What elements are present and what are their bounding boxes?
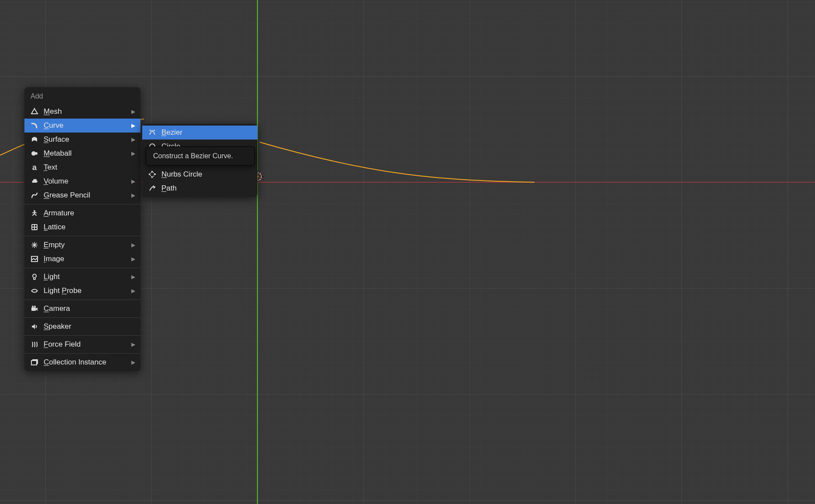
nurbs-circle-icon (147, 170, 157, 179)
image-icon (30, 254, 39, 264)
submenu-item-nurbs-circle[interactable]: Nurbs Circle (142, 167, 257, 181)
force-field-icon (30, 340, 39, 349)
menu-item-label: Camera (44, 304, 135, 313)
light-icon (30, 272, 39, 282)
menu-item-text[interactable]: a Text (24, 160, 140, 174)
chevron-right-icon: ▶ (131, 256, 135, 262)
volume-icon (30, 177, 39, 186)
lattice-icon (30, 222, 39, 232)
menu-item-label: Speaker (44, 322, 135, 331)
mesh-icon (30, 107, 39, 116)
camera-icon (30, 304, 39, 313)
svg-point-16 (34, 306, 36, 307)
menu-item-empty[interactable]: Empty ▶ (24, 238, 140, 252)
menu-item-label: Curve (44, 121, 131, 130)
surface-icon (30, 135, 39, 144)
curve-icon (30, 121, 39, 130)
menu-item-label: Surface (44, 135, 131, 144)
svg-point-13 (33, 274, 36, 278)
menu-item-label: Collection Instance (44, 358, 131, 367)
svg-rect-14 (31, 307, 36, 311)
menu-item-label: Grease Pencil (44, 191, 131, 200)
chevron-right-icon: ▶ (131, 192, 135, 198)
menu-item-label: Empty (44, 241, 131, 249)
menu-item-label: Force Field (44, 340, 131, 349)
menu-item-label: Lattice (44, 223, 135, 232)
menu-item-armature[interactable]: Armature (24, 206, 140, 220)
empty-icon (30, 240, 39, 250)
menu-item-light-probe[interactable]: Light Probe ▶ (24, 284, 140, 298)
menu-item-label: Light Probe (44, 286, 131, 295)
menu-item-camera[interactable]: Camera (24, 302, 140, 316)
chevron-right-icon: ▶ (131, 123, 135, 129)
submenu-item-path[interactable]: Path (142, 181, 257, 195)
svg-point-10 (35, 152, 38, 155)
chevron-right-icon: ▶ (131, 242, 135, 248)
tooltip-text: Construct a Bezier Curve. (153, 152, 233, 160)
add-menu: Add Mesh ▶ Curve ▶ Surface ▶ Metaball ▶ … (24, 87, 140, 371)
chevron-right-icon: ▶ (131, 178, 135, 184)
menu-item-label: Volume (44, 177, 131, 186)
collection-icon (30, 358, 39, 367)
path-icon (147, 184, 157, 193)
menu-item-label: Mesh (44, 107, 131, 116)
separator (24, 204, 140, 204)
separator (24, 353, 140, 354)
menu-item-force-field[interactable]: Force Field ▶ (24, 337, 140, 351)
separator (24, 236, 140, 236)
menu-title: Add (24, 89, 140, 105)
light-probe-icon (30, 286, 39, 296)
menu-item-volume[interactable]: Volume ▶ (24, 174, 140, 188)
chevron-right-icon: ▶ (131, 136, 135, 143)
chevron-right-icon: ▶ (131, 341, 135, 347)
menu-item-mesh[interactable]: Mesh ▶ (24, 105, 140, 119)
svg-rect-27 (154, 174, 156, 175)
svg-rect-17 (31, 361, 37, 365)
menu-item-label: Bezier (161, 128, 252, 137)
armature-icon (30, 208, 39, 218)
svg-rect-26 (149, 174, 150, 175)
menu-item-lattice[interactable]: Lattice (24, 220, 140, 234)
svg-rect-28 (151, 171, 153, 172)
menu-item-label: Path (161, 184, 252, 193)
chevron-right-icon: ▶ (131, 288, 135, 294)
submenu-item-bezier[interactable]: Bezier (142, 126, 257, 140)
separator (24, 317, 140, 318)
bezier-icon (147, 128, 157, 137)
svg-point-15 (32, 306, 34, 307)
menu-item-label: Light (44, 272, 131, 281)
menu-item-label: Nurbs Circle (161, 170, 252, 179)
menu-item-label: Image (44, 255, 131, 263)
menu-item-metaball[interactable]: Metaball ▶ (24, 146, 140, 160)
separator (24, 300, 140, 300)
chevron-right-icon: ▶ (131, 150, 135, 157)
separator (24, 335, 140, 336)
menu-item-label: Text (44, 163, 135, 172)
menu-item-speaker[interactable]: Speaker (24, 320, 140, 334)
chevron-right-icon: ▶ (131, 274, 135, 280)
grease-pencil-icon (30, 191, 39, 200)
menu-item-curve[interactable]: Curve ▶ (24, 119, 140, 133)
menu-item-collection-instance[interactable]: Collection Instance ▶ (24, 355, 140, 369)
menu-item-grease-pencil[interactable]: Grease Pencil ▶ (24, 188, 140, 202)
menu-item-light[interactable]: Light ▶ (24, 270, 140, 284)
svg-point-25 (150, 172, 154, 177)
text-icon: a (30, 163, 39, 172)
tooltip: Construct a Bezier Curve. (146, 146, 255, 166)
menu-item-label: Metaball (44, 149, 131, 158)
speaker-icon (30, 322, 39, 331)
menu-item-label: Armature (44, 209, 135, 218)
menu-item-surface[interactable]: Surface ▶ (24, 133, 140, 146)
chevron-right-icon: ▶ (131, 359, 135, 365)
menu-item-image[interactable]: Image ▶ (24, 252, 140, 266)
chevron-right-icon: ▶ (131, 109, 135, 115)
metaball-icon (30, 149, 39, 158)
separator (24, 268, 140, 268)
svg-rect-29 (151, 177, 153, 178)
